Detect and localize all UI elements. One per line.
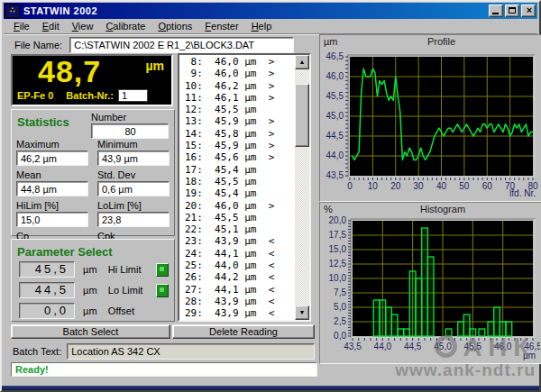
- scrollbar-thumb[interactable]: [295, 84, 309, 147]
- stat-cell: Minimum43,9 µm: [97, 138, 170, 166]
- reading-row[interactable]: 21: 45,5 µm: [185, 212, 295, 223]
- file-name-row: File Name: C:\STATWIN 2002 E R1_2\BLOCK3…: [4, 35, 294, 55]
- svg-text:45,0: 45,0: [434, 342, 452, 351]
- stat-label: HiLim [%]: [16, 200, 88, 211]
- menu-item-options[interactable]: Options: [151, 20, 198, 32]
- svg-text:15,0: 15,0: [329, 244, 347, 254]
- reading-row[interactable]: 15: 45,9 µm >: [185, 140, 295, 151]
- svg-text:0: 0: [347, 181, 353, 191]
- reading-row[interactable]: 26: 44,2 µm <: [185, 271, 295, 283]
- svg-text:20: 20: [390, 181, 401, 191]
- parameter-select-title: Parameter Select: [17, 245, 113, 259]
- svg-text:7,5: 7,5: [334, 287, 346, 297]
- svg-text:45,5: 45,5: [326, 91, 344, 101]
- close-button[interactable]: ×: [521, 5, 536, 17]
- delete-reading-button[interactable]: Delete Reading: [172, 324, 315, 339]
- statistics-title: Statistics: [17, 115, 69, 129]
- svg-text:44,5: 44,5: [404, 342, 422, 351]
- readings-list[interactable]: 8: 46,0 µm > 9: 46,0 µm >10: 46,2 µm >11…: [178, 53, 311, 322]
- stat-label: Minimum: [97, 139, 170, 150]
- svg-text:44,0: 44,0: [374, 342, 392, 351]
- reading-row[interactable]: 10: 46,2 µm >: [185, 80, 295, 92]
- parameter-row-lo-limit: 44,5µmLo Limit: [19, 282, 169, 298]
- svg-text:40: 40: [436, 181, 447, 191]
- reading-row[interactable]: 13: 45,9 µm >: [185, 115, 295, 127]
- stat-cell: LoLim [%]23,8: [97, 199, 170, 227]
- svg-text:5,0: 5,0: [334, 302, 346, 312]
- svg-text:µm: µm: [523, 351, 536, 360]
- menu-bar: FileEditViewCalibrateOptionsFensterHelp: [4, 19, 537, 34]
- reading-row[interactable]: 16: 45,6 µm >: [185, 151, 295, 163]
- reading-row[interactable]: 20: 46,0 µm >: [185, 200, 295, 212]
- svg-text:10,0: 10,0: [329, 273, 347, 283]
- svg-text:43,5: 43,5: [326, 170, 344, 180]
- stat-cell: Maximum46,2 µm: [16, 138, 88, 166]
- reading-row[interactable]: 9: 46,0 µm >: [185, 68, 295, 79]
- parameter-value-field[interactable]: 0,0: [19, 303, 75, 319]
- svg-text:Histogram: Histogram: [420, 204, 465, 214]
- reading-row[interactable]: 17: 45,4 µm: [185, 164, 295, 176]
- app-icon[interactable]: ∴: [5, 5, 20, 18]
- reading-row[interactable]: 12: 45,5 µm: [185, 104, 295, 115]
- stat-cell: HiLim [%]15,0: [16, 199, 88, 227]
- menu-item-calibrate[interactable]: Calibrate: [99, 20, 151, 32]
- svg-text:10: 10: [368, 181, 379, 191]
- limit-led-indicator: [156, 263, 169, 277]
- svg-text:%: %: [324, 204, 333, 214]
- reading-row[interactable]: 27: 44,1 µm <: [185, 284, 295, 296]
- scroll-down-icon[interactable]: ▼: [295, 305, 309, 320]
- parameter-value-field[interactable]: 44,5: [19, 282, 75, 298]
- parameter-unit: µm: [83, 264, 101, 275]
- readings-scrollbar[interactable]: ▲ ▼: [295, 55, 309, 320]
- reading-row[interactable]: 8: 46,0 µm >: [185, 56, 295, 68]
- minimize-button[interactable]: [489, 5, 503, 17]
- batch-text-row: Batch Text: Location AS 342 CX: [4, 342, 315, 360]
- stat-value-field: 0,6 µm: [97, 181, 170, 196]
- maximize-button[interactable]: [505, 5, 519, 17]
- file-name-label: File Name:: [14, 40, 62, 50]
- reading-row[interactable]: 29: 43,9 µm <: [185, 307, 295, 319]
- stat-label: Std. Dev: [97, 169, 170, 180]
- stat-label: Maximum: [16, 139, 88, 150]
- close-icon: ×: [522, 5, 536, 15]
- reading-row[interactable]: 19: 45,4 µm: [185, 187, 295, 199]
- scroll-up-icon[interactable]: ▲: [295, 55, 309, 69]
- parameter-unit: µm: [83, 305, 101, 316]
- reading-row[interactable]: 11: 46,1 µm >: [185, 92, 295, 104]
- reading-row[interactable]: 28: 43,9 µm <: [185, 296, 295, 307]
- reading-row[interactable]: 24: 44,1 µm <: [185, 248, 295, 260]
- parameter-value-field[interactable]: 45,5: [19, 261, 75, 278]
- svg-text:Profile: Profile: [427, 36, 455, 47]
- batch-text-field[interactable]: Location AS 342 CX: [67, 343, 315, 360]
- menu-item-file[interactable]: File: [7, 20, 36, 32]
- stat-cell: Mean44,8 µm: [16, 169, 88, 196]
- histogram-chart-svg: 43,544,044,545,045,546,046,50,02,55,07,5…: [320, 203, 540, 361]
- number-field: 80: [91, 123, 169, 139]
- menu-item-view[interactable]: View: [66, 20, 100, 32]
- stat-label: Mean: [16, 169, 88, 180]
- display-unit: µm: [145, 59, 164, 73]
- reading-row[interactable]: 23: 43,9 µm <: [185, 235, 295, 247]
- menu-item-fenster[interactable]: Fenster: [198, 20, 244, 32]
- batch-select-button[interactable]: Batch Select: [11, 324, 170, 339]
- parameter-unit: µm: [83, 285, 101, 296]
- batch-text-label: Batch Text:: [13, 346, 61, 357]
- svg-text:46,0: 46,0: [494, 342, 512, 351]
- svg-text:45,5: 45,5: [464, 342, 482, 351]
- parameter-select-panel: Parameter Select 45,5µmHi Limit44,5µmLo …: [11, 239, 175, 322]
- app-window: ∴ STATWIN 2002 × FileEditViewCalibrateOp…: [0, 0, 541, 392]
- svg-text:44,5: 44,5: [326, 131, 344, 141]
- stat-label: LoLim [%]: [97, 200, 170, 211]
- window-title: STATWIN 2002: [23, 5, 489, 16]
- reading-row[interactable]: 25: 44,0 µm <: [185, 260, 295, 271]
- svg-text:45,0: 45,0: [326, 111, 344, 121]
- parameter-row-hi-limit: 45,5µmHi Limit: [19, 261, 169, 278]
- reading-row[interactable]: 22: 45,1 µm: [185, 223, 295, 235]
- menu-item-help[interactable]: Help: [245, 20, 279, 32]
- batch-nr-field[interactable]: 1: [118, 89, 148, 102]
- display-value: 48,7: [38, 54, 101, 89]
- reading-row[interactable]: 14: 45,8 µm >: [185, 128, 295, 140]
- reading-row[interactable]: 18: 45,5 µm: [185, 176, 295, 187]
- menu-item-edit[interactable]: Edit: [36, 20, 66, 32]
- file-name-field[interactable]: C:\STATWIN 2002 E R1_2\BLOCK3.DAT: [69, 37, 294, 53]
